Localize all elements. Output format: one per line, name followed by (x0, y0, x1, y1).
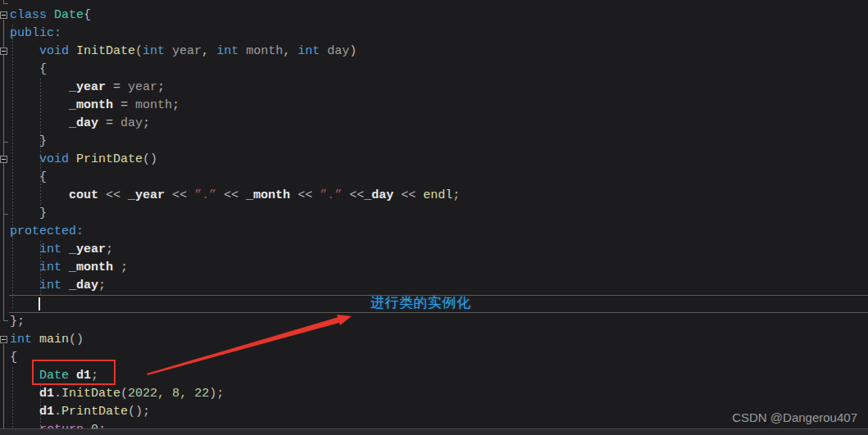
code-line-6[interactable]: _month = month; (10, 97, 460, 115)
code-line-2[interactable]: public: (10, 25, 460, 43)
code-token (10, 44, 39, 58)
code-line-0[interactable]: // (10, 0, 460, 7)
code-line-19[interactable]: int main() (10, 331, 460, 349)
code-token: ( (135, 44, 143, 58)
code-line-13[interactable]: protected: (10, 223, 460, 241)
code-token: ; (113, 261, 128, 274)
code-token: ) (349, 44, 357, 58)
code-token: } (10, 206, 47, 220)
watermark: CSDN @Dangerou407 (732, 410, 857, 424)
code-token: ; (452, 188, 460, 202)
code-line-14[interactable]: int _year; (10, 241, 460, 259)
code-line-23[interactable]: d1.PrintDate(); (10, 403, 460, 421)
code-token: , (202, 44, 216, 58)
code-line-9[interactable]: void PrintDate() (10, 151, 460, 169)
fold-marker-initdate[interactable] (0, 48, 7, 55)
code-token (10, 387, 39, 401)
code-token: { (10, 351, 17, 365)
code-line-3[interactable]: void InitDate(int year, int month, int d… (10, 43, 460, 61)
code-token: _year (128, 188, 165, 202)
code-token: = (98, 116, 120, 130)
code-line-1[interactable]: class Date{ (10, 7, 460, 25)
fold-line-corner (3, 320, 8, 321)
code-line-4[interactable]: { (10, 61, 460, 79)
code-token: _day (364, 188, 393, 202)
code-editor[interactable]: //class Date{public: void InitDate(int y… (0, 0, 868, 435)
code-token: ; (157, 80, 165, 94)
code-token: InitDate (76, 44, 135, 58)
fold-line (3, 344, 4, 435)
fold-line-corner (3, 214, 8, 215)
code-token: { (84, 8, 91, 22)
code-token (10, 116, 69, 130)
code-token: ); (209, 387, 224, 401)
code-token (10, 188, 69, 202)
code-token (10, 242, 39, 256)
code-token: << (393, 188, 423, 202)
code-token (61, 261, 69, 274)
code-token: public: (10, 26, 61, 40)
code-token: void (39, 44, 69, 58)
code-token: _month (69, 261, 113, 274)
code-line-7[interactable]: _day = day; (10, 115, 460, 133)
code-token: int (216, 44, 239, 58)
code-token: } (10, 134, 47, 148)
code-token: int (39, 242, 61, 256)
code-token: () (143, 152, 157, 166)
code-token (61, 279, 69, 292)
fold-line-corner (3, 142, 8, 143)
code-token (10, 80, 69, 94)
code-token: cout (69, 188, 98, 202)
code-token: day (120, 116, 143, 130)
callout-text: 进行类的实例化 (370, 292, 471, 313)
code-token: PrintDate (76, 152, 143, 166)
code-token (47, 8, 54, 22)
code-token: 2022 (128, 387, 157, 401)
code-token: ( (120, 387, 128, 401)
code-token (61, 242, 69, 256)
highlight-box-annotation (32, 360, 116, 385)
code-token: ; (143, 116, 150, 130)
code-token: int (298, 44, 320, 58)
code-line-10[interactable]: { (10, 169, 460, 187)
code-token (10, 98, 69, 112)
code-token: int (39, 279, 61, 292)
code-token: void (39, 152, 69, 166)
horizontal-scrollbar[interactable] (0, 428, 868, 435)
code-token: { (10, 170, 47, 184)
code-token: = (113, 98, 135, 112)
code-token: << (342, 188, 364, 202)
code-token: Date (54, 8, 84, 22)
code-token: . (54, 387, 61, 401)
code-token (10, 152, 39, 166)
code-token: (); (128, 405, 150, 419)
code-token: PrintDate (61, 405, 128, 419)
code-token: 8 (172, 387, 180, 401)
code-token: , (157, 387, 172, 401)
code-token: day (320, 44, 349, 58)
code-token: int (10, 333, 32, 347)
fold-marker-main[interactable] (0, 336, 7, 343)
code-line-18[interactable]: }; (10, 313, 460, 331)
code-token: 22 (194, 387, 209, 401)
code-token: , (283, 44, 298, 58)
code-token: }; (10, 315, 25, 329)
fold-line (3, 20, 4, 320)
code-line-8[interactable]: } (10, 133, 460, 151)
code-line-15[interactable]: int _month ; (10, 259, 460, 277)
fold-marker-class[interactable] (0, 11, 7, 19)
code-token: endl (423, 188, 452, 202)
code-token: _month (246, 188, 290, 202)
code-line-22[interactable]: d1.InitDate(2022, 8, 22); (10, 385, 460, 403)
code-line-12[interactable]: } (10, 205, 460, 223)
code-token: _year (69, 242, 106, 256)
code-token: ”.” (320, 188, 342, 202)
fold-line-corner (3, 3, 8, 4)
code-token (10, 279, 39, 292)
code-line-11[interactable]: cout << _year << ”.” << _month << ”.” <<… (10, 187, 460, 205)
code-token: _month (69, 98, 113, 112)
code-token: _year (69, 80, 106, 94)
code-token (69, 44, 76, 58)
fold-marker-printdate[interactable] (0, 156, 7, 163)
code-line-5[interactable]: _year = year; (10, 79, 460, 97)
